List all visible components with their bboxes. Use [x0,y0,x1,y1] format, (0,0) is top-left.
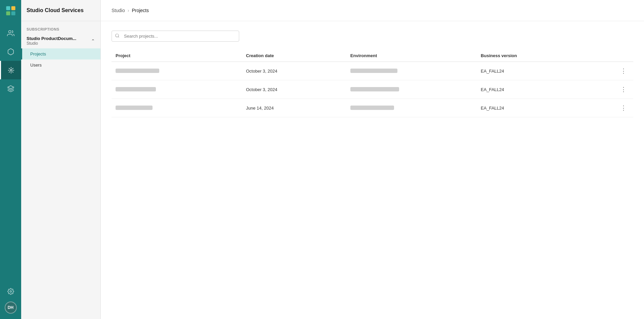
svg-point-4 [8,30,11,33]
cell-date: October 3, 2024 [242,80,346,99]
table-header: Project Creation date Environment Busine… [112,50,633,62]
nav-icon-modules[interactable] [0,79,21,98]
col-header-env: Environment [346,50,477,62]
app-logo[interactable] [0,0,21,21]
icon-sidebar-bottom: DH [0,284,21,319]
content-area: Project Creation date Environment Busine… [101,21,644,319]
svg-rect-2 [6,11,10,15]
app-title: Studio Cloud Services [21,0,100,21]
settings-icon-item[interactable] [0,284,21,299]
col-header-actions [581,50,633,62]
more-options-button[interactable]: ⋮ [618,67,629,75]
subscription-sub: Studio [27,41,76,46]
projects-table: Project Creation date Environment Busine… [112,50,633,117]
cell-date: June 14, 2024 [242,99,346,117]
cell-version: EA_FALL24 [477,99,581,117]
svg-rect-3 [11,11,15,15]
cell-date: October 3, 2024 [242,62,346,80]
svg-point-5 [10,69,12,71]
main-content: Studio › Projects Project Creation date … [101,0,644,319]
search-bar [112,31,239,42]
sidebar-item-users[interactable]: Users [21,59,100,71]
table-row: ██████████████October 3, 2024███████████… [112,62,633,80]
main-header: Studio › Projects [101,0,644,21]
cell-actions: ⋮ [581,99,633,117]
col-header-version: Business version [477,50,581,62]
subscription-item[interactable]: Studio ProductDocum... Studio ⌃ [21,33,100,48]
breadcrumb: Studio › Projects [112,8,149,13]
col-header-project: Project [112,50,242,62]
subscription-info: Studio ProductDocum... Studio [27,36,76,46]
search-input[interactable] [112,31,239,42]
cell-actions: ⋮ [581,62,633,80]
more-options-button[interactable]: ⋮ [618,85,629,94]
sidebar-nav: ProjectsUsers [21,48,100,71]
more-options-button[interactable]: ⋮ [618,104,629,112]
svg-point-6 [10,290,11,292]
cell-version: EA_FALL24 [477,62,581,80]
breadcrumb-current: Projects [132,8,149,13]
cell-actions: ⋮ [581,80,633,99]
cell-project: ██████████████ [112,99,242,117]
table-row: ██████████████June 14, 2024█████████████… [112,99,633,117]
svg-rect-0 [6,6,10,10]
nav-icon-box1[interactable] [0,42,21,61]
subscription-name: Studio ProductDocum... [27,36,76,41]
left-sidebar: Studio Cloud Services SUBSCRIPTIONS Stud… [21,0,101,319]
cell-env: ████████████████ [346,80,477,99]
breadcrumb-separator: › [128,8,129,13]
svg-rect-1 [11,6,15,10]
sidebar-item-projects[interactable]: Projects [21,48,100,59]
user-avatar[interactable]: DH [5,302,17,314]
icon-sidebar: DH [0,0,21,319]
cell-env: ████████████████ [346,62,477,80]
chevron-up-icon: ⌃ [91,38,95,44]
sidebar-section-label: SUBSCRIPTIONS [21,21,100,33]
table-body: ██████████████October 3, 2024███████████… [112,62,633,117]
cell-project: ██████████████ [112,80,242,99]
cell-env: ████████████████ [346,99,477,117]
nav-icon-people[interactable] [0,24,21,42]
cell-version: EA_FALL24 [477,80,581,99]
cell-project: ██████████████ [112,62,242,80]
breadcrumb-parent[interactable]: Studio [112,8,125,13]
table-row: ██████████████October 3, 2024███████████… [112,80,633,99]
nav-icon-studio[interactable] [0,61,21,79]
col-header-date: Creation date [242,50,346,62]
icon-sidebar-nav [0,21,21,284]
